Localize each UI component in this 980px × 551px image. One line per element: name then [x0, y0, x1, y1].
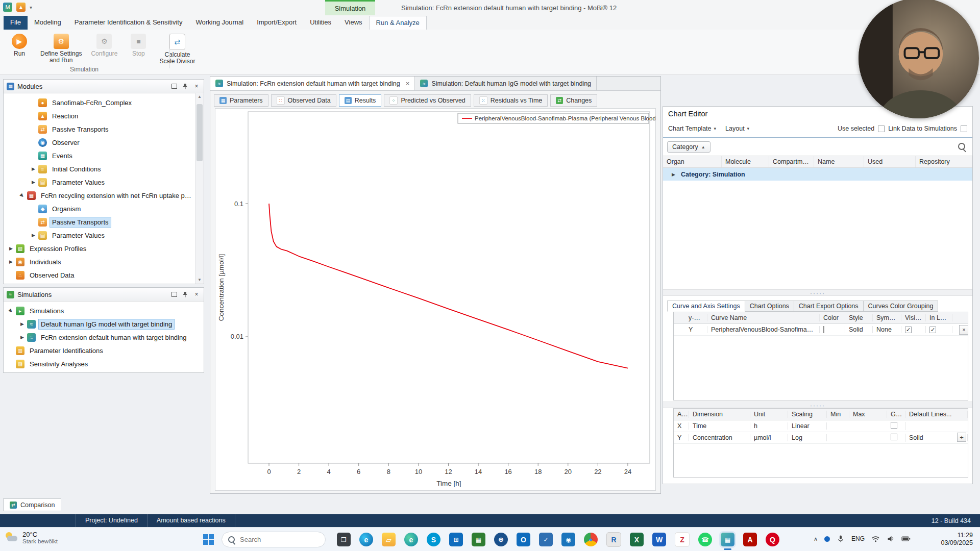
- result-tab-residuals-vs-time[interactable]: ⁙Residuals vs Time: [474, 94, 548, 107]
- menu-item-utilities[interactable]: Utilities: [303, 16, 338, 30]
- weather-widget[interactable]: 20°C Stark bewölkt: [5, 531, 58, 545]
- taskbar-icon-store[interactable]: ⊞: [449, 533, 463, 546]
- expander-collapsed-icon[interactable]: ▶: [18, 335, 27, 340]
- grid-cell[interactable]: PeripheralVenousBlood-Sanofimab-Plasma .…: [707, 326, 820, 333]
- pin-icon[interactable]: [181, 82, 189, 90]
- comparison-tab[interactable]: ⇄ Comparison: [3, 498, 61, 511]
- result-tab-results[interactable]: ▤Results: [339, 94, 382, 107]
- curve-color-swatch[interactable]: [823, 326, 824, 333]
- simulation-tree-item[interactable]: ▶▸Simulations: [4, 304, 195, 317]
- splitter-handle[interactable]: [663, 402, 972, 408]
- expander-collapsed-icon[interactable]: ▶: [669, 172, 678, 177]
- taskbar-icon-whatsapp[interactable]: ☎: [698, 533, 712, 546]
- taskbar-icon-r-project[interactable]: R: [606, 532, 621, 547]
- close-icon[interactable]: ×: [192, 82, 201, 90]
- axis-row[interactable]: YConcentrationµmol/lLogSolid: [674, 432, 968, 444]
- axis-row[interactable]: XTimehLinear: [674, 420, 968, 432]
- layout-dropdown[interactable]: Layout ▾: [725, 125, 749, 132]
- module-tree-item[interactable]: ▲Reaction: [4, 109, 195, 122]
- tray-status-icon[interactable]: [824, 536, 830, 542]
- grid-cell[interactable]: Solid: [845, 326, 873, 333]
- simulation-tree-item[interactable]: ▶≈Default human IgG model with target bi…: [4, 317, 195, 331]
- search-input[interactable]: [239, 535, 312, 544]
- add-axis-button[interactable]: +: [957, 433, 966, 442]
- grid-checkbox[interactable]: [891, 422, 897, 429]
- delete-curve-button[interactable]: ×: [959, 325, 968, 335]
- taskbar-icon-excel[interactable]: X: [630, 533, 644, 546]
- close-icon[interactable]: ×: [192, 290, 201, 298]
- float-window-icon[interactable]: [170, 290, 178, 298]
- splitter-handle[interactable]: [663, 289, 972, 296]
- grid-cell[interactable]: h: [750, 422, 788, 430]
- module-tree-item[interactable]: ◉Observer: [4, 136, 195, 149]
- define-settings-run-button[interactable]: ⚙Define Settingsand Run: [37, 32, 85, 66]
- start-button[interactable]: [203, 534, 214, 545]
- expander-expanded-icon[interactable]: ▶: [6, 306, 16, 315]
- simulation-tree-item[interactable]: ▨Sensitivity Analyses: [4, 357, 195, 370]
- taskbar-icon-edge-dev[interactable]: e: [404, 533, 418, 546]
- menu-item-import-export[interactable]: Import/Export: [250, 16, 303, 30]
- pin-icon[interactable]: [181, 290, 189, 298]
- expander-collapsed-icon[interactable]: ▶: [29, 166, 38, 171]
- taskbar-search[interactable]: [222, 532, 326, 547]
- grid-cell[interactable]: Linear: [788, 422, 827, 430]
- wifi-icon[interactable]: [871, 535, 880, 543]
- configure-button[interactable]: ⚙Configure: [87, 32, 121, 66]
- search-icon[interactable]: [958, 143, 965, 150]
- module-tree-item[interactable]: ⇄Passive Transports: [4, 122, 195, 136]
- expander-expanded-icon[interactable]: ▶: [17, 190, 27, 200]
- result-tab-observed-data[interactable]: ∷Observed Data: [271, 94, 336, 107]
- language-indicator[interactable]: ENG: [851, 535, 865, 542]
- context-tab-simulation[interactable]: Simulation: [325, 0, 375, 15]
- module-tree-item[interactable]: ▶≡Initial Conditions: [4, 162, 195, 176]
- module-tree-item[interactable]: ▶▧Expression Profiles: [4, 242, 195, 255]
- taskbar-icon-zotero[interactable]: Z: [675, 532, 690, 547]
- taskbar-icon-approvals[interactable]: ✓: [539, 533, 553, 546]
- module-tree-item[interactable]: ▶▤Parameter Values: [4, 229, 195, 242]
- category-row[interactable]: ▶Category: Simulation: [663, 168, 972, 181]
- grid-checkbox[interactable]: [891, 434, 897, 440]
- module-tree-item[interactable]: ▦Events: [4, 149, 195, 162]
- run-button[interactable]: ▶Run: [4, 32, 35, 66]
- scroll-up-icon[interactable]: ▲: [195, 93, 204, 101]
- result-tab-parameters[interactable]: ▦Parameters: [214, 94, 268, 107]
- settings-tab-chart-export-options[interactable]: Chart Export Options: [794, 300, 864, 312]
- module-tree-item[interactable]: ●Sanofimab-FcRn_Complex: [4, 96, 195, 109]
- grid-cell[interactable]: X: [674, 422, 689, 430]
- save-icon[interactable]: ▲: [16, 3, 26, 12]
- visible-checkbox[interactable]: ✓: [905, 327, 912, 333]
- module-tree-item[interactable]: ▶◉Individuals: [4, 255, 195, 268]
- expander-collapsed-icon[interactable]: ▶: [18, 321, 27, 327]
- module-tree-item[interactable]: ▶▤Parameter Values: [4, 176, 195, 189]
- expander-collapsed-icon[interactable]: ▶: [7, 259, 15, 264]
- taskbar-icon-internet[interactable]: ⊕: [494, 533, 508, 546]
- volume-icon[interactable]: [887, 535, 895, 543]
- grid-cell[interactable]: Y: [674, 434, 689, 441]
- modules-scrollbar[interactable]: ▲ ▼: [195, 93, 204, 284]
- settings-tab-curve-and-axis-settings[interactable]: Curve and Axis Settings: [667, 300, 745, 312]
- scroll-thumb[interactable]: [197, 104, 203, 161]
- grid-cell[interactable]: Y: [685, 326, 707, 333]
- document-tab[interactable]: ≈Simulation: Default human IgG model wit…: [415, 77, 597, 90]
- taskbar-icon-skype[interactable]: S: [427, 533, 440, 546]
- taskbar-icon-task-view[interactable]: ❒: [337, 533, 351, 546]
- simulation-tree-item[interactable]: ▶≈FcRn extension default human with targ…: [4, 331, 195, 344]
- settings-tab-curves-color-grouping[interactable]: Curves Color Grouping: [864, 300, 939, 312]
- result-tab-predicted-vs-observed[interactable]: ⁘Predicted vs Observed: [384, 94, 471, 107]
- taskbar-icon-outlook[interactable]: O: [517, 533, 530, 546]
- chart-template-dropdown[interactable]: Chart Template ▾: [668, 125, 716, 132]
- battery-icon[interactable]: [901, 535, 911, 542]
- taskbar-icon-q-app[interactable]: Q: [766, 533, 779, 546]
- module-tree-item[interactable]: ∴Observed Data: [4, 268, 195, 282]
- taskbar-icon-edge[interactable]: e: [359, 533, 373, 546]
- close-tab-icon[interactable]: ×: [406, 80, 410, 87]
- menu-item-file[interactable]: File: [4, 16, 28, 30]
- module-tree-item[interactable]: ▶▦FcRn recycling extension with net FcRn…: [4, 189, 195, 202]
- expander-collapsed-icon[interactable]: ▶: [7, 246, 15, 251]
- settings-tab-chart-options[interactable]: Chart Options: [745, 300, 794, 312]
- grid-cell[interactable]: Time: [689, 422, 750, 430]
- grid-cell[interactable]: None: [873, 326, 901, 333]
- taskbar-icon-people[interactable]: ◉: [561, 533, 575, 546]
- menu-item-modeling[interactable]: Modeling: [28, 16, 68, 30]
- link-data-checkbox[interactable]: [961, 126, 967, 132]
